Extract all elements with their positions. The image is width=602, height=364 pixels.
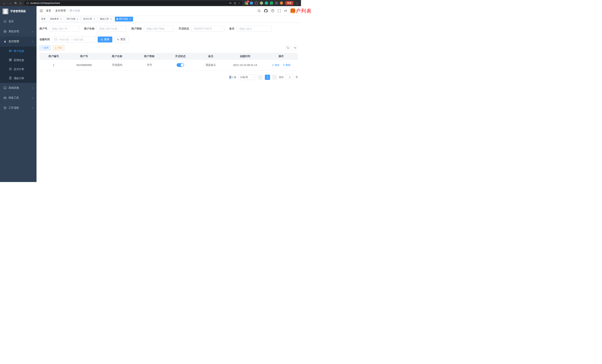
download-icon	[55, 47, 57, 49]
extension-icon[interactable]	[270, 1, 273, 5]
page-size-select[interactable]: 10条/页	[238, 75, 256, 80]
yen-icon: ¥	[3, 40, 7, 43]
extension-icon[interactable]	[275, 1, 278, 5]
status-toggle[interactable]	[177, 63, 184, 67]
home-icon[interactable]: ⌂	[20, 2, 22, 4]
cell-full-name: 芋道源码	[100, 60, 134, 70]
collapse-menu-icon[interactable]	[40, 9, 43, 13]
export-button[interactable]: 导出	[53, 45, 64, 50]
breadcrumb-item[interactable]: 首页	[46, 9, 51, 12]
extension-badge: 10	[247, 0, 249, 2]
help-icon[interactable]	[271, 9, 274, 12]
sidebar-item-payment[interactable]: ¥ 支付管理	[0, 36, 36, 46]
share-icon[interactable]	[234, 2, 236, 4]
tab-label: 首页	[41, 17, 46, 21]
goto-page-input[interactable]	[286, 75, 294, 80]
extension-icon[interactable]	[255, 1, 258, 5]
column-header: 商户编号	[40, 53, 68, 60]
site-info-icon[interactable]	[26, 2, 29, 4]
sidebar-item-refund-order[interactable]: 退款订单	[0, 74, 36, 83]
bookmark-star-icon[interactable]: ☆	[238, 2, 240, 4]
tab-close-icon[interactable]: ×	[110, 18, 112, 20]
tab-close-icon[interactable]: ×	[76, 18, 79, 20]
remark-input[interactable]	[237, 26, 272, 32]
search-icon	[101, 38, 103, 41]
reset-button[interactable]: ↻ 重置	[114, 36, 129, 43]
sidebar-item-label: 支付订单	[14, 68, 24, 71]
column-header: 商户简称	[134, 53, 165, 60]
sidebar-logo[interactable]: 芋道管理系统	[0, 6, 36, 17]
date-end-input[interactable]	[72, 38, 84, 41]
font-size-icon[interactable]: TT	[284, 9, 287, 12]
search-button[interactable]: 搜索	[98, 36, 112, 43]
sidebar-item-home[interactable]: 首页	[0, 17, 36, 26]
extension-avatar-icon[interactable]	[260, 1, 263, 5]
toolbox-icon	[3, 96, 7, 99]
sidebar-item-dev-tools[interactable]: 研发工具	[0, 93, 36, 103]
password-key-icon[interactable]	[229, 2, 232, 4]
extension-icon[interactable]: 10	[245, 1, 248, 5]
tab-label: 用户分组	[66, 17, 75, 21]
total-count: 1	[232, 76, 233, 79]
refresh-table-button[interactable]: ↻	[292, 45, 298, 51]
extension-icon[interactable]	[250, 1, 253, 5]
tab-process-form[interactable]: 流程表单 ×	[48, 17, 64, 21]
url-bar[interactable]: localhost:1024/pay/merchant ☆	[24, 1, 243, 5]
user-menu[interactable]: ▾	[290, 8, 298, 13]
delete-link[interactable]: 删除	[283, 63, 290, 67]
tab-merchant-info[interactable]: 商户信息 ×	[115, 17, 133, 21]
reload-icon[interactable]: ↻	[14, 2, 17, 4]
plus-icon: +	[42, 46, 43, 49]
back-icon[interactable]: ←	[3, 2, 6, 4]
tab-user-group[interactable]: 用户分组 ×	[65, 17, 81, 21]
short-name-input[interactable]	[144, 26, 174, 32]
breadcrumb-item[interactable]: 支付管理	[55, 9, 66, 12]
status-select[interactable]: 请选择开启状态	[191, 26, 224, 32]
date-separator: -	[71, 38, 71, 41]
prev-page-button[interactable]: ‹	[258, 75, 263, 80]
filter-label: 商户全称	[84, 27, 95, 30]
extension-avatar-icon[interactable]	[280, 1, 283, 5]
edit-link[interactable]: 修改	[272, 63, 280, 67]
merchant-no-input[interactable]	[50, 26, 79, 32]
filter-label: 备注	[229, 27, 235, 30]
sidebar-item-payment-order[interactable]: 支付订单	[0, 65, 36, 74]
sidebar-item-workflow[interactable]: 工作流程	[0, 103, 36, 113]
sidebar-item-system[interactable]: 系统管理	[0, 26, 36, 36]
search-icon[interactable]	[258, 9, 261, 12]
breadcrumb-separator: /	[53, 9, 54, 12]
show-search-button[interactable]	[285, 45, 291, 51]
browser-update-button[interactable]: 更新	[285, 1, 293, 5]
full-name-input[interactable]	[97, 26, 126, 32]
forward-icon[interactable]: →	[9, 2, 11, 4]
tab-refund-order[interactable]: 退款订单 ×	[98, 17, 114, 21]
user-avatar[interactable]	[290, 8, 296, 13]
page-size-value: 10条/页	[240, 76, 248, 79]
search-button-label: 搜索	[104, 38, 109, 41]
chevron-down-icon	[32, 30, 33, 32]
tab-home[interactable]: 首页	[40, 17, 47, 21]
fullscreen-icon[interactable]	[278, 9, 281, 12]
column-header: 创建时间	[226, 53, 264, 60]
topbar: 首页 / 支付管理 / 商户信息 TT	[36, 6, 301, 15]
tab-close-icon[interactable]: ×	[60, 18, 62, 20]
date-range-picker[interactable]: -	[53, 36, 96, 43]
add-button[interactable]: + 新增	[40, 45, 51, 50]
sidebar-item-merchant-info[interactable]: 商户信息	[0, 46, 36, 56]
browser-menu-icon[interactable]: ⋮	[295, 1, 299, 5]
sidebar-item-app-info[interactable]: 应用信息	[0, 56, 36, 65]
page-number-1[interactable]: 1	[265, 75, 270, 80]
tab-close-icon[interactable]: ×	[129, 18, 131, 20]
date-start-input[interactable]	[58, 38, 70, 41]
sidebar-item-infrastructure[interactable]: 基础设施	[0, 83, 36, 93]
pencil-icon	[272, 64, 274, 66]
github-icon[interactable]	[264, 9, 268, 13]
next-page-button[interactable]: ›	[272, 75, 277, 80]
cell-create-time: 2021-10-23 08:31:14	[226, 60, 264, 70]
tab-payment-order[interactable]: 支付订单 ×	[82, 17, 97, 21]
extension-icon[interactable]	[265, 1, 268, 5]
tab-close-icon[interactable]: ×	[93, 18, 96, 20]
url-text: localhost:1024/pay/merchant	[30, 2, 60, 4]
total-prefix: 共	[229, 76, 232, 79]
breadcrumb-separator: /	[67, 9, 68, 12]
